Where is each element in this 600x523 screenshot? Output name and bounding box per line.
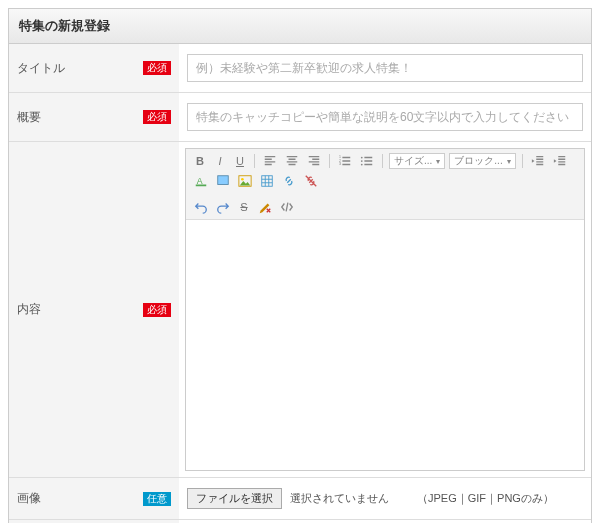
label-title-text: タイトル	[17, 61, 65, 75]
feature-registration-panel: 特集の新規登録 タイトル 必須 概要 必須 内容	[8, 8, 592, 523]
label-summary: 概要 必須	[9, 93, 179, 142]
svg-rect-8	[218, 176, 229, 185]
file-format-note: （JPEG｜GIF｜PNGのみ）	[417, 491, 554, 506]
image-icon[interactable]	[236, 173, 254, 189]
bg-color-icon[interactable]	[214, 173, 232, 189]
table-icon[interactable]	[258, 173, 276, 189]
file-row: ファイルを選択 選択されていません （JPEG｜GIF｜PNGのみ）	[187, 488, 583, 509]
required-badge: 必須	[143, 61, 171, 75]
page-title: 特集の新規登録	[19, 18, 110, 33]
unlink-icon[interactable]	[302, 173, 320, 189]
rich-text-editor: B I U 123 サイズ... ▾	[185, 148, 585, 471]
label-image: 画像 任意	[9, 478, 179, 520]
link-icon[interactable]	[280, 173, 298, 189]
label-summary-text: 概要	[17, 110, 41, 124]
separator	[254, 154, 255, 168]
label-status: 状態 必須	[9, 520, 179, 524]
required-badge: 必須	[143, 110, 171, 124]
separator	[522, 154, 523, 168]
svg-rect-7	[196, 185, 207, 187]
label-content-text: 内容	[17, 302, 41, 316]
panel-header: 特集の新規登録	[9, 9, 591, 44]
font-size-label: サイズ...	[394, 154, 432, 168]
svg-rect-11	[262, 176, 273, 187]
content-editor-body[interactable]	[186, 220, 584, 470]
font-size-select[interactable]: サイズ... ▾	[389, 153, 445, 169]
file-status-text: 選択されていません	[290, 491, 389, 506]
form-table: タイトル 必須 概要 必須 内容 必須	[9, 44, 591, 523]
optional-badge: 任意	[143, 492, 171, 506]
text-color-icon[interactable]: A	[192, 173, 210, 189]
strike-icon[interactable]: S	[236, 199, 252, 215]
label-content: 内容 必須	[9, 142, 179, 478]
editor-toolbar: B I U 123 サイズ... ▾	[186, 149, 584, 220]
separator	[329, 154, 330, 168]
chevron-down-icon: ▾	[507, 157, 511, 166]
svg-point-10	[241, 178, 244, 181]
file-choose-button[interactable]: ファイルを選択	[187, 488, 282, 509]
bold-icon[interactable]: B	[192, 153, 208, 169]
block-format-select[interactable]: ブロック... ▾	[449, 153, 515, 169]
source-icon[interactable]	[278, 199, 296, 215]
unordered-list-icon[interactable]	[358, 153, 376, 169]
svg-point-3	[361, 157, 363, 159]
label-title: タイトル 必須	[9, 44, 179, 93]
align-right-icon[interactable]	[305, 153, 323, 169]
remove-format-icon[interactable]	[256, 199, 274, 215]
summary-input[interactable]	[187, 103, 583, 131]
required-badge: 必須	[143, 303, 171, 317]
label-image-text: 画像	[17, 491, 41, 505]
svg-text:A: A	[197, 176, 203, 186]
separator	[382, 154, 383, 168]
redo-icon[interactable]	[214, 199, 232, 215]
underline-icon[interactable]: U	[232, 153, 248, 169]
svg-point-5	[361, 164, 363, 166]
title-input[interactable]	[187, 54, 583, 82]
ordered-list-icon[interactable]: 123	[336, 153, 354, 169]
svg-text:3: 3	[339, 162, 341, 166]
italic-icon[interactable]: I	[212, 153, 228, 169]
block-format-label: ブロック...	[454, 154, 502, 168]
outdent-icon[interactable]	[529, 153, 547, 169]
svg-point-4	[361, 160, 363, 162]
align-center-icon[interactable]	[283, 153, 301, 169]
chevron-down-icon: ▾	[436, 157, 440, 166]
align-left-icon[interactable]	[261, 153, 279, 169]
undo-icon[interactable]	[192, 199, 210, 215]
indent-icon[interactable]	[551, 153, 569, 169]
